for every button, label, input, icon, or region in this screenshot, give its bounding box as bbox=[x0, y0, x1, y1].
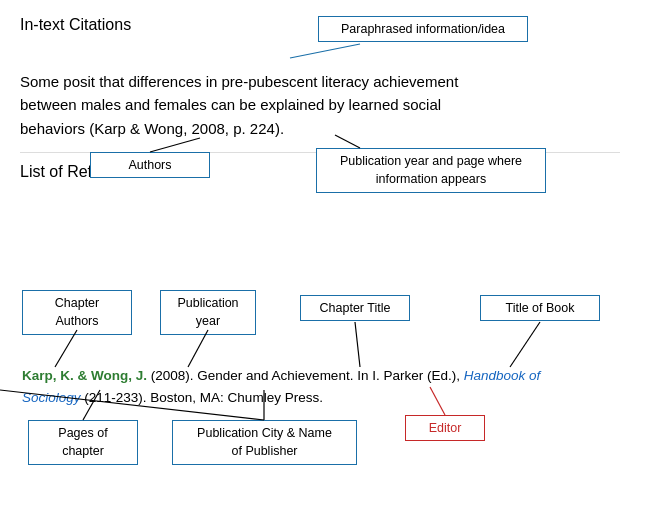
publication-year-label: Publication year bbox=[160, 290, 256, 335]
ref-authors: Karp, K. & Wong, J. bbox=[22, 368, 147, 383]
ref-end: (211-233). Boston, MA: Chumley Press. bbox=[81, 390, 323, 405]
pub-city-publisher-label: Publication City & Name of Publisher bbox=[172, 420, 357, 465]
svg-line-3 bbox=[55, 330, 77, 367]
intext-section: In-text Citations Paraphrased informatio… bbox=[20, 16, 630, 140]
svg-line-4 bbox=[188, 330, 208, 367]
editor-label: Editor bbox=[405, 415, 485, 441]
citation-line1: Some posit that differences in pre-pubes… bbox=[20, 70, 600, 93]
citation-text: Some posit that differences in pre-pubes… bbox=[20, 70, 600, 140]
pages-chapter-label: Pages of chapter bbox=[28, 420, 138, 465]
chapter-authors-label: Chapter Authors bbox=[22, 290, 132, 335]
citation-line3: behaviors (Karp & Wong, 2008, p. 224). bbox=[20, 117, 600, 140]
paraphrased-label: Paraphrased information/idea bbox=[318, 16, 528, 42]
ref-middle: (2008). Gender and Achievement. In I. Pa… bbox=[147, 368, 464, 383]
pub-year-page-label: Publication year and page where informat… bbox=[316, 148, 546, 193]
svg-line-5 bbox=[355, 322, 360, 367]
svg-line-1 bbox=[150, 138, 200, 152]
reference-text: Karp, K. & Wong, J. (2008). Gender and A… bbox=[22, 365, 602, 408]
chapter-title-label: Chapter Title bbox=[300, 295, 410, 321]
citation-line2: between males and females can be explain… bbox=[20, 93, 600, 116]
authors-label: Authors bbox=[90, 152, 210, 178]
page: In-text Citations Paraphrased informatio… bbox=[0, 0, 650, 507]
svg-line-6 bbox=[510, 322, 540, 367]
title-of-book-label: Title of Book bbox=[480, 295, 600, 321]
